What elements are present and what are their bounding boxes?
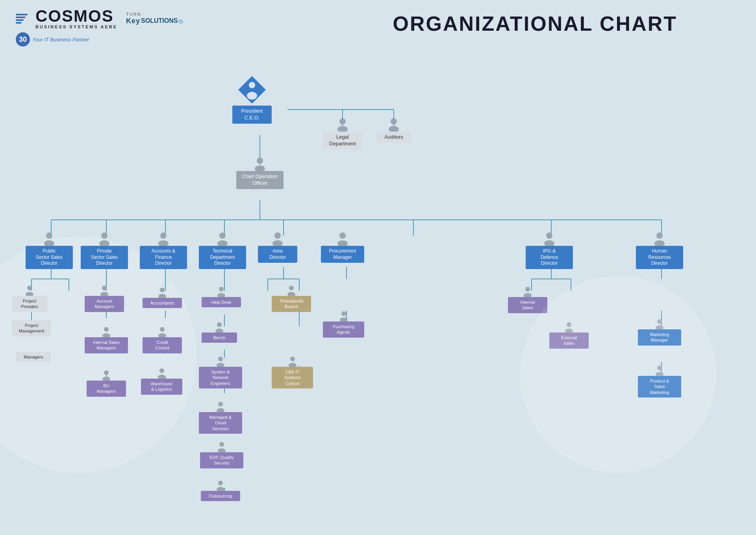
ipg-dir-node: IPG &DefenceDirector	[526, 232, 573, 269]
procurement-icon	[335, 232, 350, 246]
ipg-dir-label: IPG &DefenceDirector	[541, 248, 558, 266]
svg-point-95	[217, 487, 224, 491]
partner-text: Your IT Business Partner	[32, 37, 89, 43]
warehouse-label: Warehouse& Logistics	[151, 381, 173, 392]
managers-node: Managers	[16, 352, 51, 362]
svg-point-117	[656, 372, 663, 376]
warehouse-box: Warehouse& Logistics	[141, 379, 182, 395]
account-managers-box: AccountManagers	[85, 296, 124, 312]
technical-dir-icon	[215, 232, 230, 246]
svg-point-107	[544, 240, 554, 246]
area-dir-node: AreaDirector	[258, 232, 297, 263]
bu-managers-box: BUManagers	[87, 381, 126, 397]
cbs-cyprus-box: CBS ITSystemsCyprus	[272, 367, 313, 388]
svg-point-115	[656, 325, 663, 329]
account-mgrs-icon	[99, 285, 110, 296]
project-mgmt-node: ProjectManagement	[12, 320, 51, 336]
edp-quality-icon	[216, 441, 227, 452]
purchasing-agents-icon	[338, 310, 349, 321]
helpdesk-box: Help Desk	[202, 297, 241, 307]
legal-label: LegalDepartment	[329, 134, 356, 147]
page-title: ORGANIZATIONAL CHART	[393, 12, 677, 35]
svg-point-97	[272, 240, 283, 246]
turn-text: TURN	[126, 12, 183, 17]
svg-point-55	[247, 92, 257, 100]
purchasing-agents-box: PurchasingAgents	[323, 321, 364, 338]
area-dir-box: AreaDirector	[258, 246, 297, 263]
svg-point-66	[101, 232, 107, 239]
svg-point-70	[104, 327, 109, 332]
managers-box: Managers	[16, 352, 51, 362]
private-sales-dir-node: PrivateSector SalesDirector	[81, 232, 128, 269]
ipg-dir-icon	[542, 232, 556, 246]
helpdesk-node: Help Desk	[202, 286, 241, 307]
accountants-box: Accountants	[143, 298, 182, 308]
svg-point-60	[257, 158, 263, 164]
bu-managers-label: BUManagers	[97, 383, 116, 394]
internal-sales-mgr-label: Internal SalesManagers	[93, 340, 119, 350]
technical-dir-node: TechnicalDepartmentDirector	[199, 232, 246, 269]
public-sales-person-icon	[42, 232, 56, 246]
solutions-icon: ⌾	[178, 17, 183, 26]
svg-point-110	[567, 322, 571, 327]
svg-point-99	[287, 292, 295, 296]
private-sales-person-icon	[97, 232, 111, 246]
account-managers-label: AccountManagers	[95, 299, 114, 309]
svg-point-102	[339, 232, 346, 239]
outsourcing-label: Outsourcing	[209, 494, 232, 498]
project-presales-node: ProjectPresales	[12, 285, 47, 312]
svg-point-83	[217, 240, 228, 246]
account-managers-node: AccountManagers	[85, 285, 124, 312]
edp-quality-label: EDP, QualitySecurity	[209, 455, 234, 465]
ceo-node: PresidentC.E.O.	[232, 74, 272, 124]
ceo-box: PresidentC.E.O.	[232, 106, 272, 124]
ceo-diamond-icon	[236, 74, 268, 106]
auditors-node: Auditors	[376, 117, 411, 143]
page: COSMOS BUSINESS SYSTEMS AEBE TURN Key SO…	[0, 0, 756, 535]
svg-point-87	[215, 329, 223, 333]
svg-point-56	[339, 118, 346, 124]
accountants-label: Accountants	[150, 301, 174, 305]
internal-sales-ipg-node: InternalSales	[508, 286, 547, 313]
svg-point-85	[217, 293, 225, 297]
managed-cloud-label: Managed &CloudServices	[209, 415, 232, 431]
external-sales-node: ExternalSales	[549, 321, 589, 349]
credit-control-node: CreditControl	[143, 326, 182, 353]
svg-point-82	[219, 232, 226, 239]
svg-point-73	[102, 377, 110, 381]
svg-point-88	[218, 357, 223, 361]
svg-point-65	[26, 292, 33, 296]
svg-point-100	[290, 357, 295, 361]
cosmos-subtitle: BUSINESS SYSTEMS AEBE	[35, 24, 117, 29]
marketing-mgr-label: MarketingManager	[650, 332, 669, 342]
accountants-icon	[157, 287, 168, 298]
svg-point-114	[657, 319, 662, 324]
internal-sales-mgr-node: Internal SalesManagers	[85, 326, 128, 353]
bench-icon	[214, 321, 225, 333]
thessaloniki-box: ThessalonikiBranch	[272, 296, 311, 312]
area-dir-label: AreaDirector	[269, 248, 286, 260]
solutions-text: SOLUTIONS	[141, 17, 178, 24]
logo-line-2	[16, 17, 26, 18]
svg-point-101	[289, 363, 296, 367]
coo-person-icon	[253, 157, 267, 171]
external-sales-label: ExternalSales	[561, 335, 577, 346]
thessaloniki-icon	[286, 285, 297, 296]
product-sales-box: Product &SalesMarketing	[638, 376, 681, 398]
svg-point-93	[218, 448, 226, 452]
accounts-dir-label: Accounts &FinanceDirector	[152, 248, 176, 266]
bench-label: Bench	[213, 335, 225, 340]
svg-point-62	[46, 232, 52, 239]
auditors-box: Auditors	[376, 132, 411, 143]
svg-point-103	[337, 240, 348, 246]
public-sales-dir-label: PublicSector SalesDirector	[36, 248, 63, 266]
svg-point-64	[27, 286, 32, 290]
svg-point-69	[100, 292, 108, 296]
internal-sales-ipg-box: InternalSales	[508, 297, 547, 313]
years-number: 30	[19, 35, 27, 44]
technical-dir-label: TechnicalDepartmentDirector	[210, 248, 235, 266]
svg-point-105	[340, 318, 348, 321]
svg-point-79	[158, 333, 166, 337]
project-mgmt-box: ProjectManagement	[12, 320, 51, 336]
svg-point-106	[546, 232, 552, 239]
